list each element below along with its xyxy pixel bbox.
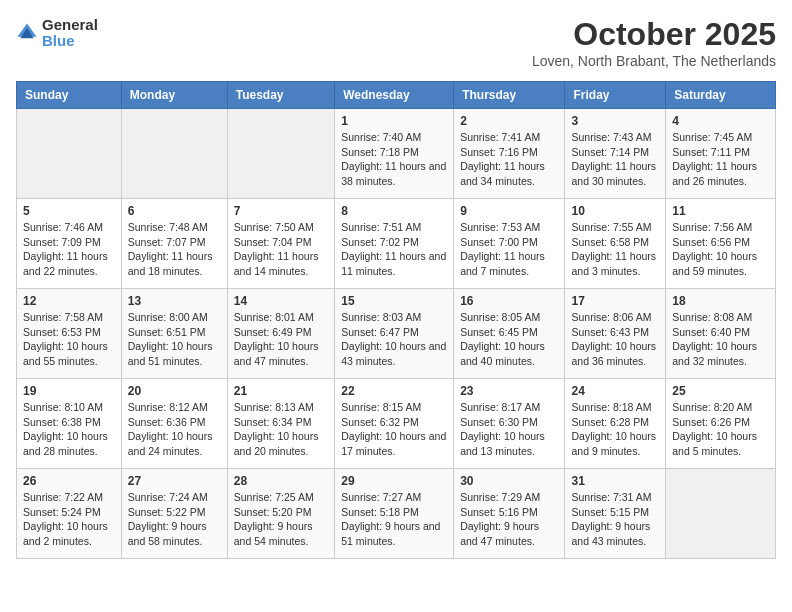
- day-info: Sunrise: 7:48 AMSunset: 7:07 PMDaylight:…: [128, 220, 221, 279]
- day-info: Sunrise: 8:05 AMSunset: 6:45 PMDaylight:…: [460, 310, 558, 369]
- day-number: 10: [571, 204, 659, 218]
- calendar-cell: 31Sunrise: 7:31 AMSunset: 5:15 PMDayligh…: [565, 469, 666, 559]
- header-day-tuesday: Tuesday: [227, 82, 334, 109]
- day-info: Sunrise: 7:24 AMSunset: 5:22 PMDaylight:…: [128, 490, 221, 549]
- day-number: 12: [23, 294, 115, 308]
- calendar-cell: [666, 469, 776, 559]
- header-day-wednesday: Wednesday: [335, 82, 454, 109]
- day-number: 4: [672, 114, 769, 128]
- day-info: Sunrise: 8:03 AMSunset: 6:47 PMDaylight:…: [341, 310, 447, 369]
- day-info: Sunrise: 8:20 AMSunset: 6:26 PMDaylight:…: [672, 400, 769, 459]
- calendar-cell: 28Sunrise: 7:25 AMSunset: 5:20 PMDayligh…: [227, 469, 334, 559]
- calendar-cell: 7Sunrise: 7:50 AMSunset: 7:04 PMDaylight…: [227, 199, 334, 289]
- calendar-week-3: 12Sunrise: 7:58 AMSunset: 6:53 PMDayligh…: [17, 289, 776, 379]
- calendar-cell: 6Sunrise: 7:48 AMSunset: 7:07 PMDaylight…: [121, 199, 227, 289]
- calendar-cell: 25Sunrise: 8:20 AMSunset: 6:26 PMDayligh…: [666, 379, 776, 469]
- day-number: 24: [571, 384, 659, 398]
- calendar-cell: 27Sunrise: 7:24 AMSunset: 5:22 PMDayligh…: [121, 469, 227, 559]
- title-block: October 2025 Loven, North Brabant, The N…: [532, 16, 776, 69]
- calendar-cell: 19Sunrise: 8:10 AMSunset: 6:38 PMDayligh…: [17, 379, 122, 469]
- calendar-cell: 10Sunrise: 7:55 AMSunset: 6:58 PMDayligh…: [565, 199, 666, 289]
- day-number: 25: [672, 384, 769, 398]
- calendar-cell: 21Sunrise: 8:13 AMSunset: 6:34 PMDayligh…: [227, 379, 334, 469]
- day-info: Sunrise: 7:56 AMSunset: 6:56 PMDaylight:…: [672, 220, 769, 279]
- calendar-cell: 8Sunrise: 7:51 AMSunset: 7:02 PMDaylight…: [335, 199, 454, 289]
- day-number: 27: [128, 474, 221, 488]
- day-info: Sunrise: 7:46 AMSunset: 7:09 PMDaylight:…: [23, 220, 115, 279]
- day-number: 1: [341, 114, 447, 128]
- day-info: Sunrise: 8:18 AMSunset: 6:28 PMDaylight:…: [571, 400, 659, 459]
- day-info: Sunrise: 8:17 AMSunset: 6:30 PMDaylight:…: [460, 400, 558, 459]
- calendar-cell: 1Sunrise: 7:40 AMSunset: 7:18 PMDaylight…: [335, 109, 454, 199]
- calendar-cell: 29Sunrise: 7:27 AMSunset: 5:18 PMDayligh…: [335, 469, 454, 559]
- day-info: Sunrise: 8:08 AMSunset: 6:40 PMDaylight:…: [672, 310, 769, 369]
- logo-icon: [16, 22, 38, 44]
- header-day-saturday: Saturday: [666, 82, 776, 109]
- day-number: 3: [571, 114, 659, 128]
- day-info: Sunrise: 7:50 AMSunset: 7:04 PMDaylight:…: [234, 220, 328, 279]
- day-info: Sunrise: 7:40 AMSunset: 7:18 PMDaylight:…: [341, 130, 447, 189]
- day-info: Sunrise: 7:45 AMSunset: 7:11 PMDaylight:…: [672, 130, 769, 189]
- day-number: 20: [128, 384, 221, 398]
- day-info: Sunrise: 8:06 AMSunset: 6:43 PMDaylight:…: [571, 310, 659, 369]
- day-number: 28: [234, 474, 328, 488]
- calendar-cell: 15Sunrise: 8:03 AMSunset: 6:47 PMDayligh…: [335, 289, 454, 379]
- logo-blue: Blue: [42, 32, 98, 50]
- day-info: Sunrise: 7:58 AMSunset: 6:53 PMDaylight:…: [23, 310, 115, 369]
- day-number: 31: [571, 474, 659, 488]
- header-day-sunday: Sunday: [17, 82, 122, 109]
- calendar-cell: 5Sunrise: 7:46 AMSunset: 7:09 PMDaylight…: [17, 199, 122, 289]
- day-number: 5: [23, 204, 115, 218]
- calendar-cell: 23Sunrise: 8:17 AMSunset: 6:30 PMDayligh…: [454, 379, 565, 469]
- calendar-cell: 2Sunrise: 7:41 AMSunset: 7:16 PMDaylight…: [454, 109, 565, 199]
- day-number: 14: [234, 294, 328, 308]
- day-info: Sunrise: 7:53 AMSunset: 7:00 PMDaylight:…: [460, 220, 558, 279]
- header-day-thursday: Thursday: [454, 82, 565, 109]
- day-info: Sunrise: 7:51 AMSunset: 7:02 PMDaylight:…: [341, 220, 447, 279]
- day-number: 16: [460, 294, 558, 308]
- day-info: Sunrise: 7:43 AMSunset: 7:14 PMDaylight:…: [571, 130, 659, 189]
- logo: General Blue: [16, 16, 98, 50]
- day-number: 6: [128, 204, 221, 218]
- day-number: 19: [23, 384, 115, 398]
- sub-title: Loven, North Brabant, The Netherlands: [532, 53, 776, 69]
- day-number: 2: [460, 114, 558, 128]
- calendar-cell: 20Sunrise: 8:12 AMSunset: 6:36 PMDayligh…: [121, 379, 227, 469]
- day-info: Sunrise: 8:12 AMSunset: 6:36 PMDaylight:…: [128, 400, 221, 459]
- day-info: Sunrise: 8:00 AMSunset: 6:51 PMDaylight:…: [128, 310, 221, 369]
- calendar-cell: 4Sunrise: 7:45 AMSunset: 7:11 PMDaylight…: [666, 109, 776, 199]
- calendar-cell: [227, 109, 334, 199]
- calendar-cell: 14Sunrise: 8:01 AMSunset: 6:49 PMDayligh…: [227, 289, 334, 379]
- calendar-cell: 9Sunrise: 7:53 AMSunset: 7:00 PMDaylight…: [454, 199, 565, 289]
- day-info: Sunrise: 8:13 AMSunset: 6:34 PMDaylight:…: [234, 400, 328, 459]
- day-info: Sunrise: 7:25 AMSunset: 5:20 PMDaylight:…: [234, 490, 328, 549]
- calendar-cell: 22Sunrise: 8:15 AMSunset: 6:32 PMDayligh…: [335, 379, 454, 469]
- day-info: Sunrise: 8:15 AMSunset: 6:32 PMDaylight:…: [341, 400, 447, 459]
- day-number: 13: [128, 294, 221, 308]
- calendar-header: SundayMondayTuesdayWednesdayThursdayFrid…: [17, 82, 776, 109]
- day-number: 9: [460, 204, 558, 218]
- calendar-cell: 3Sunrise: 7:43 AMSunset: 7:14 PMDaylight…: [565, 109, 666, 199]
- calendar-cell: 26Sunrise: 7:22 AMSunset: 5:24 PMDayligh…: [17, 469, 122, 559]
- calendar-cell: 13Sunrise: 8:00 AMSunset: 6:51 PMDayligh…: [121, 289, 227, 379]
- header-row: SundayMondayTuesdayWednesdayThursdayFrid…: [17, 82, 776, 109]
- day-info: Sunrise: 7:22 AMSunset: 5:24 PMDaylight:…: [23, 490, 115, 549]
- day-info: Sunrise: 7:41 AMSunset: 7:16 PMDaylight:…: [460, 130, 558, 189]
- day-number: 23: [460, 384, 558, 398]
- calendar-cell: 12Sunrise: 7:58 AMSunset: 6:53 PMDayligh…: [17, 289, 122, 379]
- calendar-cell: 11Sunrise: 7:56 AMSunset: 6:56 PMDayligh…: [666, 199, 776, 289]
- calendar-cell: 18Sunrise: 8:08 AMSunset: 6:40 PMDayligh…: [666, 289, 776, 379]
- calendar-cell: 16Sunrise: 8:05 AMSunset: 6:45 PMDayligh…: [454, 289, 565, 379]
- calendar-cell: 17Sunrise: 8:06 AMSunset: 6:43 PMDayligh…: [565, 289, 666, 379]
- day-number: 7: [234, 204, 328, 218]
- page-header: General Blue October 2025 Loven, North B…: [16, 16, 776, 69]
- day-number: 30: [460, 474, 558, 488]
- day-info: Sunrise: 7:27 AMSunset: 5:18 PMDaylight:…: [341, 490, 447, 549]
- day-number: 18: [672, 294, 769, 308]
- calendar-cell: 30Sunrise: 7:29 AMSunset: 5:16 PMDayligh…: [454, 469, 565, 559]
- calendar-week-5: 26Sunrise: 7:22 AMSunset: 5:24 PMDayligh…: [17, 469, 776, 559]
- calendar-cell: [17, 109, 122, 199]
- day-info: Sunrise: 8:01 AMSunset: 6:49 PMDaylight:…: [234, 310, 328, 369]
- calendar-week-4: 19Sunrise: 8:10 AMSunset: 6:38 PMDayligh…: [17, 379, 776, 469]
- day-number: 17: [571, 294, 659, 308]
